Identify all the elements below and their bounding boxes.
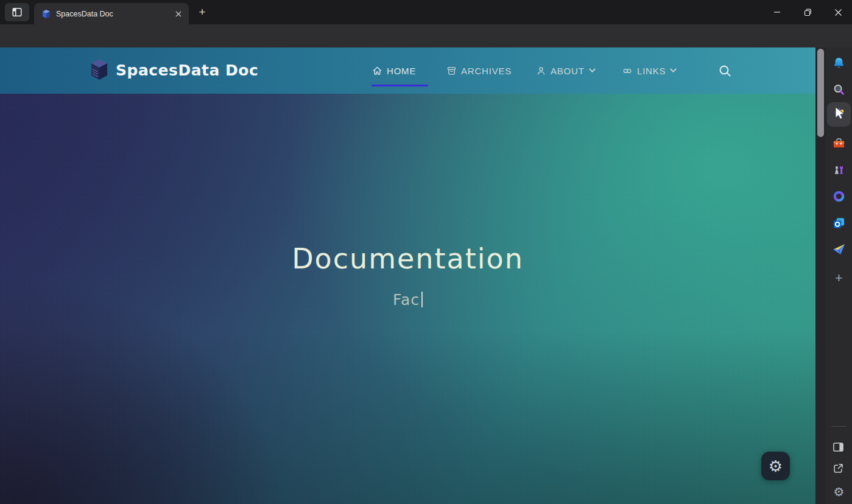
site-search-icon[interactable]	[717, 63, 733, 79]
window-minimize-button[interactable]	[763, 0, 791, 24]
open-in-browser-icon[interactable]	[832, 462, 846, 476]
window-close-button[interactable]	[824, 0, 852, 24]
games-chess-icon[interactable]	[832, 163, 846, 177]
scrollbar-thumb[interactable]	[817, 49, 824, 137]
nav-item-links[interactable]: LINKS	[616, 63, 682, 78]
mouse-cursor-icon	[833, 106, 847, 122]
tab-title: SpacesData Doc	[56, 10, 173, 18]
site-logo-icon[interactable]	[90, 59, 108, 82]
browser-titlebar: SpacesData Doc +	[0, 0, 852, 24]
site-brand[interactable]: SpacesData Doc	[116, 61, 258, 79]
chevron-down-icon	[670, 68, 677, 73]
site-header: SpacesData Doc HOME ARCHIVES ABOUT	[0, 47, 815, 94]
window-restore-button[interactable]	[794, 0, 822, 24]
nav-label: ABOUT	[551, 66, 585, 76]
tab-close-icon[interactable]	[173, 9, 184, 19]
home-icon	[372, 66, 382, 76]
outlook-icon[interactable]	[832, 216, 846, 230]
page-scrollbar[interactable]	[815, 47, 826, 504]
browser-viewport: SpacesData Doc HOME ARCHIVES ABOUT	[0, 47, 852, 504]
page-settings-fab[interactable]: ⚙	[761, 452, 790, 480]
paper-plane-icon[interactable]	[832, 242, 846, 256]
tab-activities-button[interactable]	[5, 3, 29, 21]
person-icon	[536, 66, 546, 76]
m365-loop-icon[interactable]	[832, 189, 846, 203]
tools-toolbox-icon[interactable]	[832, 136, 846, 150]
nav-label: LINKS	[637, 66, 666, 76]
edge-sidebar: + ⚙	[826, 47, 852, 504]
page-title: Documentation	[0, 242, 815, 275]
nav-label: ARCHIVES	[461, 66, 512, 76]
new-tab-button[interactable]: +	[195, 5, 209, 19]
browser-tab[interactable]: SpacesData Doc	[34, 3, 189, 24]
gear-icon: ⚙	[769, 457, 783, 475]
notifications-bell-icon[interactable]	[832, 56, 846, 70]
typing-caret	[421, 292, 423, 307]
nav-item-about[interactable]: ABOUT	[530, 63, 601, 78]
link-icon	[622, 66, 633, 76]
nav-item-archives[interactable]: ARCHIVES	[441, 63, 517, 78]
nav-item-home[interactable]: HOME	[367, 63, 421, 78]
archive-icon	[446, 66, 457, 76]
webpage: SpacesData Doc HOME ARCHIVES ABOUT	[0, 47, 815, 504]
sidebar-settings-gear-icon[interactable]: ⚙	[826, 483, 852, 500]
chevron-down-icon	[589, 68, 596, 73]
sidebar-search-icon[interactable]	[832, 83, 846, 97]
typed-text: Fac	[393, 291, 420, 309]
typed-subtitle: Fac	[0, 291, 815, 309]
nav-label: HOME	[387, 66, 416, 76]
sidebar-divider	[831, 426, 847, 427]
sidebar-add-button[interactable]: +	[826, 270, 852, 286]
sidebar-active-app-button[interactable]	[827, 102, 851, 127]
tab-activities-icon	[12, 7, 23, 18]
nav-active-underline	[371, 85, 428, 86]
browser-toolbar: https://doc.spacesdata.net aあ A ⋯	[0, 24, 852, 47]
sidebar-panel-icon[interactable]	[832, 441, 846, 455]
site-favicon-icon	[41, 9, 51, 19]
